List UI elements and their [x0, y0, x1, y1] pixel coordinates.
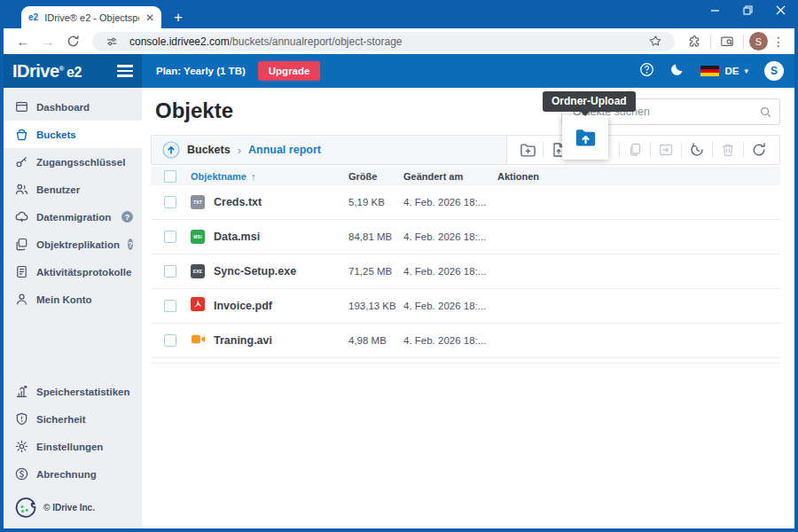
app-header: IDrive®e2 Plan: Yearly (1 TB) Upgrade DE… [4, 54, 794, 88]
url-text[interactable]: console.idrivee2.com/buckets/annualrepor… [129, 35, 638, 48]
column-header-name[interactable]: Objektname↑ [191, 171, 348, 182]
toolbar-divider [543, 143, 544, 158]
sidebar-item-label: Zugangsschlüssel [36, 157, 125, 168]
sidebar-item-my-account[interactable]: Mein Konto [4, 286, 142, 313]
move-button[interactable] [655, 139, 677, 160]
pdf-file-icon [191, 297, 214, 315]
sidebar-item-label: Sicherheit [36, 414, 86, 425]
sidebar-item-activity-logs[interactable]: Aktivitätsprotokolle [4, 258, 142, 286]
toolbar-actions [506, 136, 779, 164]
sidebar-item-data-migration[interactable]: Datenmigration ? [4, 203, 142, 231]
object-size: 71,25 MB [348, 266, 403, 277]
minimize-button[interactable] [710, 5, 720, 15]
table-row[interactable]: Invoice.pdf 193,13 KB 4. Feb. 2026 18:..… [151, 289, 780, 324]
new-tab-button[interactable]: + [174, 10, 183, 25]
folder-upload-icon[interactable] [574, 126, 598, 150]
sidebar-item-dashboard[interactable]: Dashboard [4, 93, 142, 121]
logo-sub-text: e2 [66, 65, 82, 81]
german-flag-icon [700, 66, 719, 77]
hamburger-menu-icon[interactable] [117, 65, 133, 77]
breadcrumb: Buckets › Annual report [152, 136, 506, 164]
row-checkbox[interactable] [164, 231, 176, 243]
extensions-icon[interactable] [684, 31, 705, 52]
row-checkbox[interactable] [164, 334, 176, 347]
close-window-button[interactable] [776, 5, 786, 15]
browser-profile-avatar[interactable]: S [749, 32, 768, 51]
object-modified: 4. Feb. 2026 18:... [403, 301, 497, 311]
browser-menu-icon[interactable]: ⋮ [771, 35, 786, 49]
bookmark-star-icon[interactable] [645, 31, 666, 52]
sidebar-item-object-replication[interactable]: Objektreplikation ? [4, 231, 142, 258]
table-row[interactable]: MSI Data.msi 84,81 MB 4. Feb. 2026 18:..… [151, 220, 780, 254]
table-row[interactable]: EXE Sync-Setup.exe 71,25 MB 4. Feb. 2026… [151, 254, 780, 289]
column-header-modified[interactable]: Geändert am [403, 171, 497, 182]
site-settings-icon[interactable] [101, 31, 122, 52]
select-all-checkbox[interactable] [164, 170, 176, 183]
breadcrumb-separator: › [238, 144, 241, 157]
browser-tab[interactable]: e2 IDrive® e2 - Objectspeicher ✕ [21, 6, 161, 28]
table-row[interactable]: Traning.avi 4,98 MB 4. Feb. 2026 18:... [151, 324, 780, 358]
language-selector[interactable]: DE ▾ [700, 66, 748, 77]
restore-history-button[interactable] [686, 139, 708, 160]
account-avatar[interactable]: S [764, 61, 784, 81]
up-level-icon[interactable] [162, 141, 180, 159]
sidebar-item-users[interactable]: Benutzer [4, 176, 142, 203]
object-name[interactable]: Traning.avi [214, 334, 348, 347]
help-icon[interactable] [639, 62, 654, 81]
sidebar-item-label: Aktivitätsprotokolle [36, 267, 131, 278]
copy-button[interactable] [624, 139, 645, 160]
object-modified: 4. Feb. 2026 18:... [403, 197, 497, 207]
exe-file-icon: EXE [191, 264, 205, 278]
search-tabs-icon[interactable] [716, 31, 738, 52]
table-header: Objektname↑ Größe Geändert am Aktionen [151, 167, 780, 185]
sidebar-item-storage-stats[interactable]: Speicherstatistiken [4, 378, 142, 405]
logo-reg-mark: ® [59, 65, 64, 73]
row-checkbox[interactable] [164, 265, 176, 278]
folder-upload-hover-panel[interactable] [562, 115, 608, 160]
reload-icon[interactable] [62, 35, 83, 48]
sort-ascending-icon[interactable]: ↑ [251, 171, 256, 182]
object-toolbar: Buckets › Annual report [151, 135, 780, 165]
chevron-down-icon: ▾ [744, 66, 748, 75]
restore-button[interactable] [743, 5, 753, 15]
breadcrumb-buckets-link[interactable]: Buckets [187, 144, 231, 156]
tab-close-icon[interactable]: ✕ [145, 12, 154, 23]
table-row[interactable]: TXT Creds.txt 5,19 KB 4. Feb. 2026 18:..… [151, 185, 780, 220]
toolbar-divider [619, 143, 620, 158]
activity-log-icon [15, 265, 28, 278]
person-icon [15, 293, 28, 306]
refresh-button[interactable] [748, 139, 770, 160]
sidebar-item-label: Buckets [36, 129, 76, 140]
help-badge[interactable]: ? [128, 239, 133, 250]
forward-icon[interactable]: → [37, 34, 59, 49]
gear-icon [15, 440, 28, 453]
tab-strip: e2 IDrive® e2 - Objectspeicher ✕ + [4, 0, 794, 28]
upgrade-button[interactable]: Upgrade [258, 61, 321, 81]
object-name[interactable]: Sync-Setup.exe [214, 265, 348, 278]
search-icon[interactable] [759, 106, 772, 119]
dark-mode-moon-icon[interactable] [670, 62, 685, 80]
sidebar-item-access-keys[interactable]: Zugangsschlüssel [4, 148, 142, 176]
row-checkbox[interactable] [164, 300, 176, 312]
create-folder-button[interactable] [517, 139, 538, 160]
row-checkbox[interactable] [164, 196, 176, 208]
back-icon[interactable]: ← [12, 34, 34, 49]
sidebar-item-security[interactable]: Sicherheit [4, 405, 142, 433]
table-end-border [151, 358, 780, 364]
stats-chart-icon [15, 385, 28, 398]
sidebar-item-billing[interactable]: Abrechnung [4, 460, 142, 488]
key-icon [15, 155, 28, 168]
breadcrumb-current-bucket[interactable]: Annual report [248, 144, 321, 156]
column-header-size[interactable]: Größe [348, 171, 403, 182]
address-bar[interactable]: console.idrivee2.com/buckets/annualrepor… [92, 32, 675, 51]
sidebar-item-settings[interactable]: Einstellungen [4, 433, 142, 460]
delete-button[interactable] [717, 139, 739, 160]
object-name[interactable]: Data.msi [214, 231, 348, 243]
objects-table: Objektname↑ Größe Geändert am Aktionen T… [151, 167, 780, 364]
object-name[interactable]: Invoice.pdf [214, 300, 348, 312]
idrive-e2-logo: IDrive®e2 [12, 61, 82, 82]
logo-area: IDrive®e2 [4, 54, 142, 88]
object-name[interactable]: Creds.txt [214, 196, 348, 208]
sidebar-item-buckets[interactable]: Buckets [4, 121, 142, 148]
help-badge[interactable]: ? [121, 211, 133, 223]
